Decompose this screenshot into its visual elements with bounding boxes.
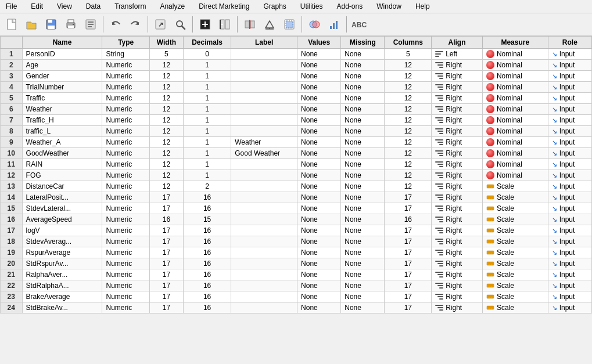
table-row[interactable]: 10 GoodWeather Numeric 12 1 Good Weather…: [1, 148, 592, 159]
cell-columns[interactable]: 12: [385, 170, 432, 181]
cell-name[interactable]: StdevAverag...: [22, 236, 102, 247]
venn-button[interactable]: [305, 15, 324, 34]
cell-type[interactable]: Numeric: [102, 192, 149, 203]
cell-role[interactable]: ↘Input: [548, 203, 591, 214]
cell-width[interactable]: 12: [149, 115, 183, 126]
cell-decimals[interactable]: 1: [183, 93, 231, 104]
menu-analyze[interactable]: Analyze: [156, 1, 188, 12]
cell-type[interactable]: Numeric: [102, 137, 149, 148]
cell-columns[interactable]: 17: [385, 302, 432, 313]
cell-align[interactable]: Right: [432, 159, 483, 170]
menu-direct-marketing[interactable]: Direct Marketing: [195, 1, 253, 12]
cell-missing[interactable]: None: [341, 159, 385, 170]
cell-role[interactable]: ↘Input: [548, 258, 591, 269]
cell-name[interactable]: AverageSpeed: [22, 214, 102, 225]
cell-values[interactable]: None: [297, 148, 341, 159]
cell-values[interactable]: None: [297, 49, 341, 60]
cell-label[interactable]: [231, 203, 297, 214]
cell-width[interactable]: 12: [149, 170, 183, 181]
cell-decimals[interactable]: 16: [183, 269, 231, 280]
cell-name[interactable]: Traffic: [22, 93, 102, 104]
cell-role[interactable]: ↘Input: [548, 236, 591, 247]
cell-measure[interactable]: Nominal: [482, 71, 548, 82]
cell-width[interactable]: 12: [149, 104, 183, 115]
cell-columns[interactable]: 16: [385, 214, 432, 225]
table-row[interactable]: 1 PersonID String 5 0 None None 5 Left N…: [1, 49, 592, 60]
cell-name[interactable]: LateralPosit...: [22, 192, 102, 203]
cell-columns[interactable]: 17: [385, 269, 432, 280]
table-row[interactable]: 14 LateralPosit... Numeric 17 16 None No…: [1, 192, 592, 203]
table-row[interactable]: 20 StdRspurAv... Numeric 17 16 None None…: [1, 258, 592, 269]
cell-measure[interactable]: Scale: [482, 192, 548, 203]
cell-decimals[interactable]: 16: [183, 247, 231, 258]
cell-values[interactable]: None: [297, 269, 341, 280]
cell-missing[interactable]: None: [341, 115, 385, 126]
cell-label[interactable]: [231, 159, 297, 170]
cell-missing[interactable]: None: [341, 203, 385, 214]
undo-button[interactable]: [106, 15, 125, 34]
cell-decimals[interactable]: 1: [183, 115, 231, 126]
cell-role[interactable]: ↘Input: [548, 49, 591, 60]
cell-width[interactable]: 17: [149, 225, 183, 236]
cell-missing[interactable]: None: [341, 280, 385, 291]
cell-width[interactable]: 16: [149, 214, 183, 225]
open-button[interactable]: [22, 15, 41, 34]
cell-values[interactable]: None: [297, 104, 341, 115]
cell-missing[interactable]: None: [341, 137, 385, 148]
cell-columns[interactable]: 12: [385, 148, 432, 159]
cell-missing[interactable]: None: [341, 93, 385, 104]
cell-missing[interactable]: None: [341, 247, 385, 258]
cell-values[interactable]: None: [297, 93, 341, 104]
cell-align[interactable]: Right: [432, 170, 483, 181]
cell-role[interactable]: ↘Input: [548, 159, 591, 170]
menu-add-ons[interactable]: Add-ons: [333, 1, 367, 12]
cell-type[interactable]: Numeric: [102, 115, 149, 126]
cell-columns[interactable]: 5: [385, 49, 432, 60]
cell-decimals[interactable]: 1: [183, 60, 231, 71]
cell-values[interactable]: None: [297, 291, 341, 302]
table-row[interactable]: 13 DistanceCar Numeric 12 2 None None 12…: [1, 181, 592, 192]
insert-variable-button[interactable]: [216, 15, 234, 34]
cell-label[interactable]: [231, 192, 297, 203]
cell-missing[interactable]: None: [341, 269, 385, 280]
cell-width[interactable]: 5: [149, 49, 183, 60]
cell-align[interactable]: Right: [432, 82, 483, 93]
cell-columns[interactable]: 12: [385, 82, 432, 93]
cell-align[interactable]: Right: [432, 126, 483, 137]
cell-measure[interactable]: Scale: [482, 236, 548, 247]
table-row[interactable]: 24 StdBrakeAv... Numeric 17 16 None None…: [1, 302, 592, 313]
col-header-name[interactable]: Name: [22, 37, 102, 49]
cell-type[interactable]: Numeric: [102, 71, 149, 82]
cell-align[interactable]: Right: [432, 93, 483, 104]
cell-width[interactable]: 17: [149, 269, 183, 280]
cell-missing[interactable]: None: [341, 170, 385, 181]
recall-button[interactable]: [81, 15, 100, 34]
cell-role[interactable]: ↘Input: [548, 214, 591, 225]
cell-role[interactable]: ↘Input: [548, 104, 591, 115]
cell-missing[interactable]: None: [341, 291, 385, 302]
cell-role[interactable]: ↘Input: [548, 269, 591, 280]
cell-values[interactable]: None: [297, 258, 341, 269]
cell-columns[interactable]: 17: [385, 203, 432, 214]
cell-values[interactable]: None: [297, 280, 341, 291]
cell-name[interactable]: logV: [22, 225, 102, 236]
cell-name[interactable]: Age: [22, 60, 102, 71]
menu-help[interactable]: Help: [412, 1, 433, 12]
cell-type[interactable]: Numeric: [102, 104, 149, 115]
col-header-label[interactable]: Label: [231, 37, 297, 49]
cell-missing[interactable]: None: [341, 258, 385, 269]
cell-missing[interactable]: None: [341, 71, 385, 82]
new-button[interactable]: [2, 15, 21, 34]
cell-type[interactable]: String: [102, 49, 149, 60]
cell-values[interactable]: None: [297, 181, 341, 192]
cell-type[interactable]: Numeric: [102, 181, 149, 192]
cell-name[interactable]: RalphaAver...: [22, 269, 102, 280]
cell-role[interactable]: ↘Input: [548, 115, 591, 126]
cell-role[interactable]: ↘Input: [548, 181, 591, 192]
cell-values[interactable]: None: [297, 170, 341, 181]
cell-values[interactable]: None: [297, 82, 341, 93]
cell-missing[interactable]: None: [341, 236, 385, 247]
cell-type[interactable]: Numeric: [102, 291, 149, 302]
col-header-columns[interactable]: Columns: [385, 37, 432, 49]
cell-role[interactable]: ↘Input: [548, 291, 591, 302]
